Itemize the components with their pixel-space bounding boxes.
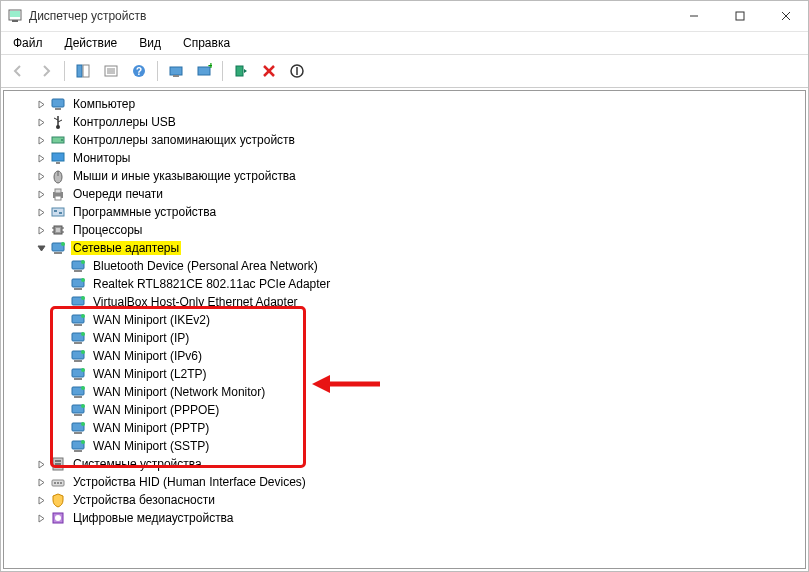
tree-item-wan-miniport[interactable]: WAN Miniport (IPv6) [8, 347, 805, 365]
svg-rect-51 [74, 288, 82, 290]
tree-item-network-adapter[interactable]: VirtualBox Host-Only Ethernet Adapter [8, 293, 805, 311]
security-icon [50, 492, 66, 508]
uninstall-button[interactable] [256, 58, 282, 84]
svg-rect-86 [60, 482, 62, 484]
minimize-button[interactable] [680, 6, 708, 26]
expander-icon[interactable] [34, 97, 48, 111]
disable-button[interactable] [284, 58, 310, 84]
tree-category[interactable]: Контроллеры USB [8, 113, 805, 131]
svg-point-58 [81, 314, 85, 318]
titlebar: Диспетчер устройств [1, 1, 808, 32]
expander-icon[interactable] [34, 241, 48, 255]
add-hardware-button[interactable]: + [191, 58, 217, 84]
svg-rect-54 [74, 306, 82, 308]
storage-icon [50, 132, 66, 148]
maximize-button[interactable] [726, 6, 754, 26]
tree-category[interactable]: Устройства безопасности [8, 491, 805, 509]
software-icon [50, 204, 66, 220]
network-icon [70, 402, 86, 418]
tree-category-network[interactable]: Сетевые адаптеры [8, 239, 805, 257]
tree-item-wan-miniport[interactable]: WAN Miniport (IKEv2) [8, 311, 805, 329]
svg-rect-1 [10, 11, 20, 17]
tree-category[interactable]: Программные устройства [8, 203, 805, 221]
svg-point-61 [81, 332, 85, 336]
tree-item-label: WAN Miniport (Network Monitor) [91, 385, 267, 399]
tree-item-label: Сетевые адаптеры [71, 241, 181, 255]
tree-category[interactable]: Мыши и иные указывающие устройства [8, 167, 805, 185]
forward-button[interactable] [33, 58, 59, 84]
show-hide-tree-button[interactable] [70, 58, 96, 84]
svg-point-55 [81, 296, 85, 300]
menu-file[interactable]: Файл [7, 34, 49, 52]
help-button[interactable]: ? [126, 58, 152, 84]
tree-item-wan-miniport[interactable]: WAN Miniport (Network Monitor) [8, 383, 805, 401]
tree-item-label: WAN Miniport (SSTP) [91, 439, 211, 453]
expander-icon[interactable] [34, 457, 48, 471]
tree-item-label: Системные устройства [71, 457, 204, 471]
svg-rect-15 [170, 67, 182, 75]
network-icon [70, 384, 86, 400]
scan-hardware-button[interactable] [163, 58, 189, 84]
expander-icon[interactable] [34, 115, 48, 129]
tree-category[interactable]: Мониторы [8, 149, 805, 167]
tree-item-label: Устройства HID (Human Interface Devices) [71, 475, 308, 489]
svg-rect-2 [12, 20, 18, 22]
tree-item-wan-miniport[interactable]: WAN Miniport (PPPOE) [8, 401, 805, 419]
expander-icon[interactable] [34, 151, 48, 165]
network-icon [70, 438, 86, 454]
device-tree[interactable]: КомпьютерКонтроллеры USBКонтроллеры запо… [3, 90, 806, 569]
expander-icon[interactable] [34, 511, 48, 525]
tree-category[interactable]: Процессоры [8, 221, 805, 239]
svg-rect-75 [74, 432, 82, 434]
tree-category[interactable]: Системные устройства [8, 455, 805, 473]
tree-item-label: VirtualBox Host-Only Ethernet Adapter [91, 295, 300, 309]
menubar: Файл Действие Вид Справка [1, 32, 808, 54]
svg-rect-23 [52, 99, 64, 107]
tree-item-label: Устройства безопасности [71, 493, 217, 507]
menu-help[interactable]: Справка [177, 34, 236, 52]
app-icon [7, 8, 23, 24]
svg-rect-35 [52, 208, 64, 216]
expander-icon[interactable] [34, 205, 48, 219]
expander-icon[interactable] [34, 187, 48, 201]
svg-rect-72 [74, 414, 82, 416]
window-controls [680, 6, 800, 26]
tree-category[interactable]: Цифровые медиаустройства [8, 509, 805, 527]
tree-item-label: Программные устройства [71, 205, 218, 219]
tree-item-label: Bluetooth Device (Personal Area Network) [91, 259, 320, 273]
menu-view[interactable]: Вид [133, 34, 167, 52]
back-button[interactable] [5, 58, 31, 84]
svg-rect-4 [736, 12, 744, 20]
properties-button[interactable] [98, 58, 124, 84]
svg-point-67 [81, 368, 85, 372]
tree-item-wan-miniport[interactable]: WAN Miniport (PPTP) [8, 419, 805, 437]
tree-item-label: Очереди печати [71, 187, 165, 201]
tree-item-network-adapter[interactable]: Bluetooth Device (Personal Area Network) [8, 257, 805, 275]
svg-rect-84 [54, 482, 56, 484]
tree-item-label: Контроллеры USB [71, 115, 178, 129]
tree-category[interactable]: Компьютер [8, 95, 805, 113]
expander-icon[interactable] [34, 223, 48, 237]
tree-item-label: Контроллеры запоминающих устройств [71, 133, 297, 147]
tree-item-label: WAN Miniport (IPv6) [91, 349, 204, 363]
expander-icon[interactable] [34, 493, 48, 507]
tree-item-network-adapter[interactable]: Realtek RTL8821CE 802.11ac PCIe Adapter [8, 275, 805, 293]
svg-point-64 [81, 350, 85, 354]
tree-item-wan-miniport[interactable]: WAN Miniport (IP) [8, 329, 805, 347]
tree-item-wan-miniport[interactable]: WAN Miniport (L2TP) [8, 365, 805, 383]
tree-category[interactable]: Контроллеры запоминающих устройств [8, 131, 805, 149]
tree-category[interactable]: Очереди печати [8, 185, 805, 203]
svg-rect-37 [59, 212, 62, 214]
update-driver-button[interactable] [228, 58, 254, 84]
svg-rect-66 [74, 378, 82, 380]
menu-action[interactable]: Действие [59, 34, 124, 52]
expander-icon[interactable] [34, 475, 48, 489]
expander-icon[interactable] [34, 133, 48, 147]
tree-category[interactable]: Устройства HID (Human Interface Devices) [8, 473, 805, 491]
close-button[interactable] [772, 6, 800, 26]
expander-icon[interactable] [34, 169, 48, 183]
network-icon [70, 348, 86, 364]
svg-rect-85 [57, 482, 59, 484]
tree-item-wan-miniport[interactable]: WAN Miniport (SSTP) [8, 437, 805, 455]
monitor-icon [50, 150, 66, 166]
